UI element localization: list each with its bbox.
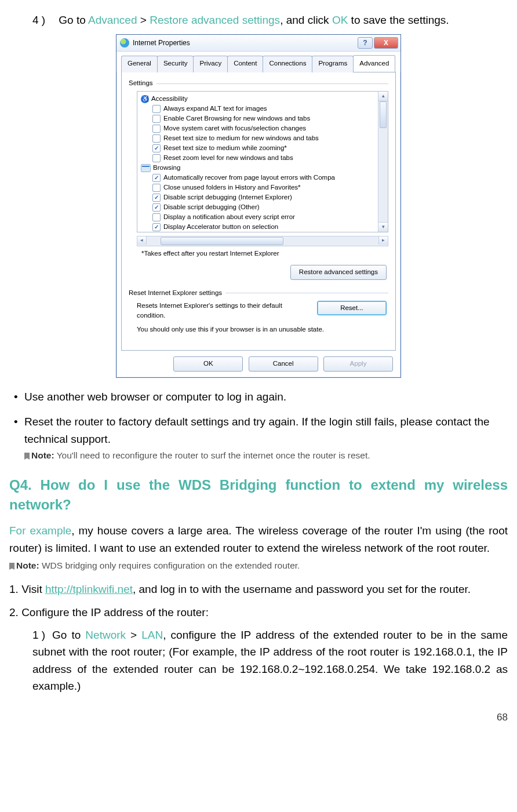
- tab-security[interactable]: Security: [157, 56, 194, 72]
- step-2-text: Configure the IP address of the router:: [21, 606, 209, 618]
- tree-item[interactable]: Display a notification about every scrip…: [141, 212, 387, 222]
- bullet-item-1: Use another web browser or computer to l…: [9, 388, 508, 405]
- group-divider: [156, 83, 388, 84]
- tree-item[interactable]: Move system caret with focus/selection c…: [141, 123, 387, 133]
- checkbox[interactable]: [152, 154, 161, 162]
- note-label: Note:: [31, 450, 54, 460]
- tree-item[interactable]: Enable Caret Browsing for new windows an…: [141, 114, 387, 123]
- step-2-1-pre: Go to: [52, 629, 85, 641]
- tree-item[interactable]: Reset zoom level for new windows and tab…: [141, 153, 387, 163]
- reset-button[interactable]: Reset...: [317, 301, 387, 316]
- scroll-thumb[interactable]: [380, 101, 387, 128]
- checkbox[interactable]: ✓: [152, 174, 161, 182]
- bullet-1-text: Use another web browser or computer to l…: [24, 391, 286, 403]
- tree-item[interactable]: ✓Reset text size to medium while zooming…: [141, 143, 387, 153]
- checkbox[interactable]: ✓: [152, 223, 161, 231]
- step-4-mid: , and click: [280, 14, 332, 26]
- tree-item[interactable]: Always expand ALT text for images: [141, 104, 387, 114]
- tplink-link[interactable]: http://tplinkwifi.net: [45, 583, 133, 595]
- checkbox[interactable]: [152, 125, 161, 133]
- accessibility-icon: ♿: [141, 95, 149, 103]
- checkbox[interactable]: [152, 134, 161, 143]
- note-2: Note: WDS bridging only requires configu…: [9, 559, 508, 573]
- bullet-2-note: Note: You'll need to reconfigure the rou…: [24, 449, 508, 463]
- q4-number: Q4.: [9, 477, 32, 493]
- tree-item[interactable]: Reset text size to medium for new window…: [141, 133, 387, 143]
- dialog-title: Internet Properties: [133, 38, 356, 49]
- tab-privacy[interactable]: Privacy: [193, 56, 228, 72]
- checkbox[interactable]: ✓: [152, 194, 161, 202]
- reset-group-label: Reset Internet Explorer settings: [129, 288, 388, 298]
- settings-tree[interactable]: ♿ Accessibility Always expand ALT text f…: [137, 91, 388, 232]
- bullet-list: Use another web browser or computer to l…: [9, 388, 508, 463]
- tab-advanced[interactable]: Advanced: [353, 55, 395, 72]
- browsing-icon: [141, 164, 151, 172]
- reset-note: You should only use this if your browser…: [137, 325, 388, 335]
- checkbox[interactable]: [152, 105, 161, 113]
- bullet-2-text: Reset the router to factory default sett…: [24, 416, 490, 445]
- numbered-steps: 1. Visit http://tplinkwifi.net, and log …: [9, 581, 508, 695]
- internet-properties-dialog: Internet Properties ? X General Security…: [116, 34, 401, 377]
- q4-title: How do I use the WDS Bridging function t…: [9, 477, 508, 512]
- settings-footnote: *Takes effect after you restart Internet…: [141, 249, 388, 259]
- step-2: 2. Configure the IP address of the route…: [9, 604, 508, 695]
- category-browsing-label: Browsing: [153, 163, 180, 173]
- settings-label-text: Settings: [129, 78, 153, 89]
- tab-connections[interactable]: Connections: [263, 56, 312, 72]
- bullet-item-2: Reset the router to factory default sett…: [9, 413, 508, 463]
- step-2-1-lan: LAN: [141, 629, 163, 641]
- reset-label-text: Reset Internet Explorer settings: [129, 288, 222, 298]
- scroll-down-button[interactable]: ▾: [378, 222, 388, 232]
- for-example-lead: For example: [9, 525, 71, 537]
- checkbox[interactable]: [152, 115, 161, 123]
- step-4-ok: OK: [332, 14, 348, 26]
- step-4-post: to save the settings.: [348, 14, 449, 26]
- step-1-post: , and log in to with the username and pa…: [133, 583, 471, 595]
- vertical-scrollbar[interactable]: ▴ ▾: [378, 92, 388, 232]
- cancel-button[interactable]: Cancel: [249, 356, 318, 372]
- checkbox[interactable]: [152, 213, 161, 221]
- tree-item[interactable]: ✓Disable script debugging (Other): [141, 202, 387, 212]
- restore-advanced-settings-button[interactable]: Restore advanced settings: [290, 265, 387, 280]
- hscroll-thumb[interactable]: [161, 237, 283, 245]
- settings-group-label: Settings: [129, 78, 388, 89]
- scroll-left-button[interactable]: ◂: [137, 236, 147, 245]
- note-icon: [24, 453, 30, 460]
- page-number: 68: [9, 710, 508, 725]
- step-4-sep: >: [137, 14, 150, 26]
- checkbox[interactable]: [152, 184, 161, 192]
- scroll-right-button[interactable]: ▸: [378, 236, 388, 245]
- category-accessibility: ♿ Accessibility: [141, 94, 387, 104]
- globe-icon: [120, 38, 129, 48]
- ok-button[interactable]: OK: [173, 356, 243, 372]
- help-button[interactable]: ?: [358, 37, 373, 49]
- step-4: 4 ) Go to Advanced > Restore advanced se…: [32, 12, 508, 28]
- checkbox[interactable]: ✓: [152, 203, 161, 212]
- step-4-number: 4 ): [32, 12, 56, 28]
- tab-general[interactable]: General: [121, 56, 158, 72]
- dialog-button-row: OK Cancel Apply: [116, 351, 401, 377]
- tabs-row: General Security Privacy Content Connect…: [116, 52, 401, 72]
- step-1: 1. Visit http://tplinkwifi.net, and log …: [9, 581, 508, 598]
- note-2-label: Note:: [16, 560, 39, 570]
- scroll-up-button[interactable]: ▴: [378, 92, 388, 101]
- tab-content[interactable]: Content: [227, 56, 263, 72]
- tree-item[interactable]: ✓Display Accelerator button on selection: [141, 222, 387, 232]
- apply-button[interactable]: Apply: [323, 356, 393, 372]
- horizontal-scrollbar[interactable]: ◂ ▸: [137, 236, 388, 246]
- step-4-restore: Restore advanced settings: [150, 14, 280, 26]
- step-2-number: 2.: [9, 606, 21, 618]
- restore-row: Restore advanced settings: [129, 265, 388, 280]
- close-button[interactable]: X: [374, 37, 398, 49]
- tree-item[interactable]: ✓Disable script debugging (Internet Expl…: [141, 192, 387, 202]
- reset-description: Resets Internet Explorer's settings to t…: [137, 301, 315, 322]
- category-browsing: Browsing: [141, 163, 387, 173]
- step-2-1-network: Network: [85, 629, 126, 641]
- tab-programs[interactable]: Programs: [312, 56, 354, 72]
- step-1-number: 1.: [9, 583, 21, 595]
- tree-item[interactable]: Close unused folders in History and Favo…: [141, 183, 387, 192]
- checkbox[interactable]: ✓: [152, 144, 161, 152]
- example-body: , my house covers a large area. The wire…: [9, 525, 508, 554]
- tree-item[interactable]: ✓Automatically recover from page layout …: [141, 173, 387, 183]
- category-accessibility-label: Accessibility: [151, 94, 188, 104]
